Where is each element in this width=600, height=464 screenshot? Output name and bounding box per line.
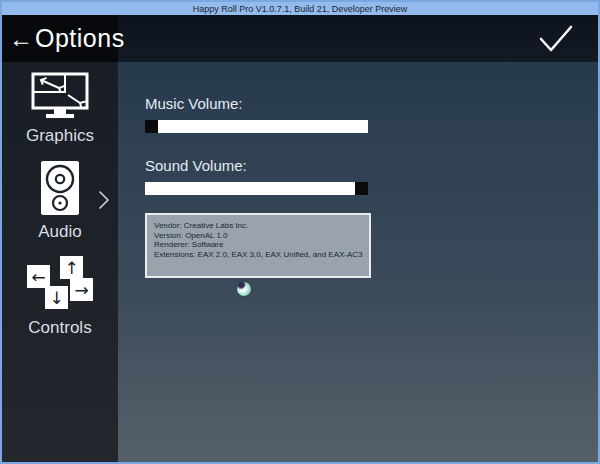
sound-volume-slider[interactable] <box>145 182 368 195</box>
sidebar-item-audio[interactable]: Audio <box>2 156 118 252</box>
options-header: ← Options <box>2 15 598 62</box>
music-volume-label: Music Volume: <box>145 95 243 112</box>
audio-settings-panel: Music Volume: Sound Volume: Vendor: Crea… <box>118 62 598 462</box>
window-titlebar[interactable]: Happy Roll Pro V1.0.7.1, Build 21, Devel… <box>2 2 598 15</box>
arrow-keys-icon: ↑ ← ↓ → <box>25 256 95 312</box>
sidebar-item-label: Graphics <box>26 126 94 146</box>
arrow-up-glyph: ↑ <box>64 258 78 278</box>
music-volume-slider[interactable] <box>145 120 368 133</box>
arrow-left-glyph: ← <box>31 267 45 287</box>
monitor-resolution-icon <box>31 72 89 120</box>
audio-info-version: Version: OpenAL 1.0 <box>154 231 369 241</box>
back-button[interactable]: ← Options <box>2 15 118 62</box>
content-row: Graphics Audio <box>2 62 598 462</box>
sound-volume-thumb[interactable] <box>355 182 368 195</box>
confirm-checkmark-button[interactable] <box>538 24 574 54</box>
music-volume-thumb[interactable] <box>145 120 158 133</box>
speaker-icon <box>40 160 80 216</box>
arrow-down-glyph: ↓ <box>49 288 63 308</box>
marble-ball-icon <box>237 282 251 296</box>
page-title: Options <box>35 24 125 53</box>
window-title: Happy Roll Pro V1.0.7.1, Build 21, Devel… <box>193 4 408 14</box>
back-arrow-icon: ← <box>9 27 33 51</box>
app-window: Happy Roll Pro V1.0.7.1, Build 21, Devel… <box>0 0 600 464</box>
sound-volume-label: Sound Volume: <box>145 157 247 174</box>
audio-device-info-box: Vendor: Creative Labs Inc. Version: Open… <box>145 213 371 278</box>
sidebar-nav: Graphics Audio <box>2 62 118 462</box>
audio-info-renderer: Renderer: Software <box>154 240 369 250</box>
audio-info-extensions: Extensions: EAX 2.0, EAX 3.0, EAX Unifie… <box>154 250 369 260</box>
header-actions <box>118 15 598 62</box>
chevron-right-icon <box>98 190 110 210</box>
sidebar-item-controls[interactable]: ↑ ← ↓ → Controls <box>2 252 118 348</box>
arrow-right-glyph: → <box>74 280 88 300</box>
audio-info-vendor: Vendor: Creative Labs Inc. <box>154 221 369 231</box>
sidebar-item-graphics[interactable]: Graphics <box>2 68 118 156</box>
sidebar-item-label: Controls <box>28 318 91 338</box>
sidebar-item-label: Audio <box>38 222 81 242</box>
